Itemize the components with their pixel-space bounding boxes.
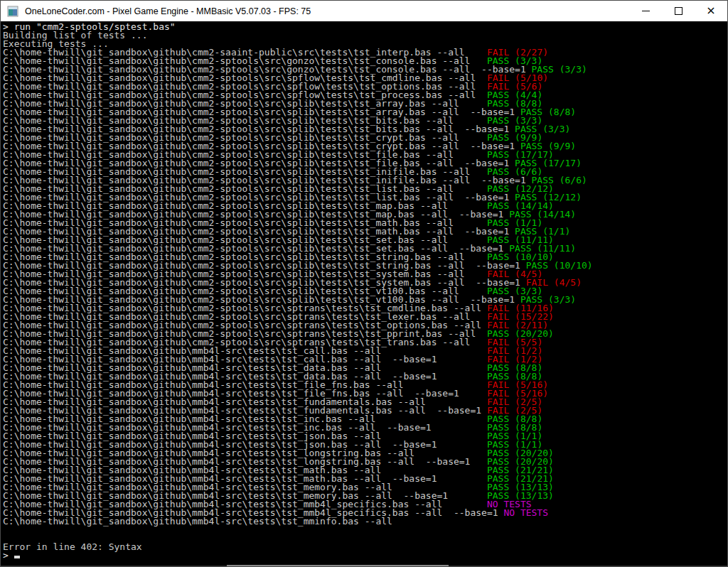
maximize-button[interactable]	[662, 1, 695, 21]
terminal-body[interactable]: > run "cmm2-sptools/sptest.bas"Building …	[1, 21, 727, 566]
maximize-icon	[675, 7, 682, 15]
test-path: C:\home-thwill\git_sandbox\github\mmb4l-…	[3, 516, 392, 526]
prompt-text: >	[3, 550, 14, 561]
minimize-button[interactable]	[629, 1, 662, 21]
error-text: Error in line 402: Syntax	[3, 541, 142, 552]
test-result: NO TESTS	[503, 507, 548, 518]
error-line: Error in line 402: Syntax	[3, 543, 727, 551]
prompt-line: >	[3, 551, 727, 560]
close-icon: ×	[706, 5, 715, 16]
app-window: OneLoneCoder.com - Pixel Game Engine - M…	[0, 0, 728, 567]
window-controls: ×	[629, 1, 727, 21]
app-icon	[7, 6, 18, 17]
bottom-strip	[227, 565, 449, 566]
close-button[interactable]: ×	[695, 1, 727, 21]
minimize-icon	[642, 11, 650, 11]
status-line: Building list of tests ...	[3, 31, 727, 40]
text-cursor	[14, 556, 20, 558]
test-result-line: C:\home-thwill\git_sandbox\github\mmb4l-…	[3, 517, 727, 526]
blank-line	[3, 526, 727, 534]
title-bar: OneLoneCoder.com - Pixel Game Engine - M…	[1, 1, 727, 21]
window-title: OneLoneCoder.com - Pixel Game Engine - M…	[25, 6, 629, 16]
